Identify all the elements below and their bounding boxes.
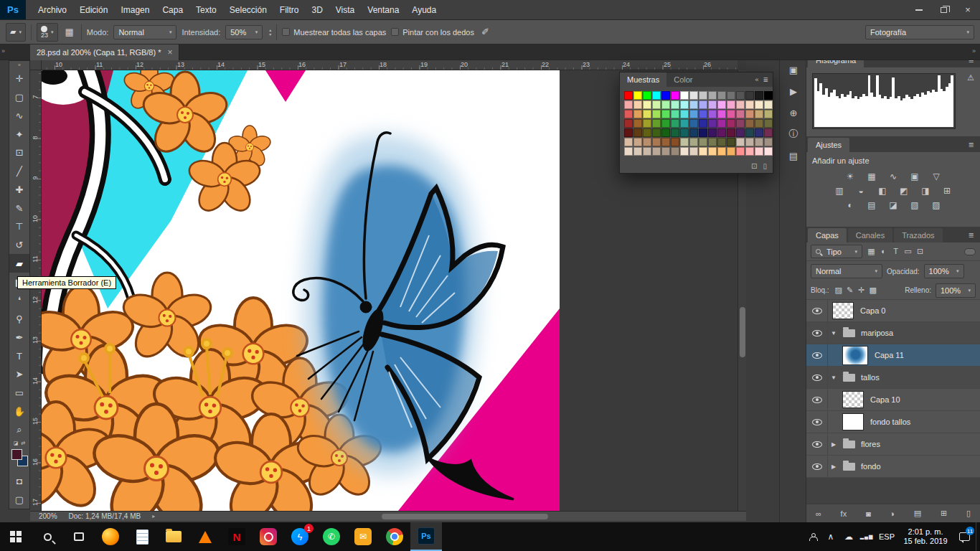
swatch[interactable] [624,119,633,128]
visibility-toggle[interactable] [806,322,828,344]
mail-app[interactable]: ✉ [347,522,379,551]
canvas[interactable] [42,70,560,511]
swatch[interactable] [661,110,670,118]
zoom-level[interactable]: 200% [39,512,57,520]
swatch[interactable] [717,138,726,146]
swatch[interactable] [699,91,707,100]
airbrush-icon[interactable]: ✐ [479,27,491,37]
info-icon[interactable]: ⓘ [780,123,807,145]
lock-transparency-icon[interactable]: ▨ [834,286,844,295]
horizontal-scrollbar[interactable] [166,512,745,521]
swatch[interactable] [661,119,670,128]
task-view-button[interactable] [63,522,95,551]
swatch[interactable] [745,147,754,156]
action-center-button[interactable]: 11 [953,522,975,551]
swatch[interactable] [717,110,726,118]
type-tool[interactable]: T [9,347,29,365]
tab-canales[interactable]: Canales [848,228,892,242]
swatch[interactable] [689,91,698,100]
sample-all-layers-checkbox[interactable]: Muestrear todas las capas [282,28,386,37]
swatch[interactable] [764,119,773,128]
swatch[interactable] [689,138,698,146]
swatch[interactable] [689,110,698,118]
swatch[interactable] [624,110,633,118]
group-caret-icon[interactable]: ▶ [828,463,839,470]
lock-paint-icon[interactable]: ✎ [845,286,855,295]
vertical-scrollbar-thumb[interactable] [740,307,745,357]
toggle-brush-panel-icon[interactable]: ▦ [63,27,76,37]
swatch[interactable] [680,100,689,109]
minimize-button[interactable] [907,0,931,19]
swatch[interactable] [755,91,763,100]
toolbar-expand-icon[interactable]: » [1,47,5,55]
swatch[interactable] [745,128,754,137]
lock-position-icon[interactable]: ✛ [857,286,867,295]
swatch[interactable] [755,147,763,156]
new-layer-icon[interactable]: ⊞ [941,509,947,518]
blur-tool[interactable]: ❛ [9,291,29,310]
swatch[interactable] [633,100,642,109]
swatch[interactable] [652,138,661,146]
swatch[interactable] [717,119,726,128]
pen-tool[interactable]: ✒ [9,328,29,347]
strength-select[interactable]: 50% ▾ [225,25,263,39]
adj-levels-icon[interactable]: ▦ [864,170,880,182]
swatch[interactable] [643,91,651,100]
file-explorer-app[interactable] [158,522,189,551]
visibility-toggle[interactable] [806,300,828,321]
swatch[interactable] [624,100,633,109]
swatch[interactable] [661,91,670,100]
swatch[interactable] [643,147,651,156]
visibility-toggle[interactable] [806,433,828,455]
filter-adjustment-icon[interactable]: ◐ [878,247,889,256]
swatch[interactable] [699,128,707,137]
dodge-tool[interactable]: ⚲ [9,310,29,329]
move-tool[interactable]: ✛ [9,70,29,88]
swatch[interactable] [764,91,773,100]
network-icon[interactable]: ▂▄▆ [858,522,875,551]
tray-expand-icon[interactable]: ∧ [822,522,839,551]
close-button[interactable]: × [956,0,980,19]
swatch[interactable] [671,147,679,156]
swatch[interactable] [699,147,707,156]
swatch[interactable] [689,100,698,109]
adj-curves-icon[interactable]: ∿ [885,170,901,182]
swatch[interactable] [755,100,763,109]
visibility-toggle[interactable] [806,411,828,433]
menu-capa[interactable]: Capa [156,5,189,15]
document-tab[interactable]: 28.psd al 200% (Capa 11, RGB/8) * × [30,44,179,60]
swatch[interactable] [745,110,754,118]
visibility-toggle[interactable] [806,456,828,477]
panel-menu-icon[interactable]: ≣ [763,76,768,83]
collapse-panel-icon[interactable]: « [755,76,758,83]
group-row-flores[interactable]: ▶ flores [806,433,980,456]
swatch[interactable] [727,91,735,100]
swatch[interactable] [764,138,773,146]
workspace-select[interactable]: Fotografía ▾ [865,25,974,39]
measurement-log-icon[interactable]: ▤ [780,145,807,166]
swatch[interactable] [652,119,661,128]
swatch[interactable] [661,138,670,146]
swatch[interactable] [652,147,661,156]
new-group-icon[interactable]: ▤ [914,509,921,518]
opacity-select[interactable]: 100% ▾ [924,264,964,278]
swatch[interactable] [764,110,773,118]
swatch[interactable] [717,100,726,109]
layer-filter-select[interactable]: Tipo ▾ [811,245,862,258]
swatch[interactable] [708,91,717,100]
zoom-tool[interactable]: ⌕ [9,420,29,439]
device-preview-icon[interactable]: ▣ [780,59,807,80]
horizontal-scrollbar-thumb[interactable] [382,514,548,519]
swatch[interactable] [643,110,651,118]
visibility-toggle[interactable] [806,367,828,388]
menu-vista[interactable]: Vista [329,5,361,15]
swatch[interactable] [680,147,689,156]
adj-black-white-icon[interactable]: ◧ [875,184,890,197]
swatch[interactable] [745,138,754,146]
adj-photo-filter-icon[interactable]: ◩ [896,184,912,197]
swatch[interactable] [671,138,679,146]
crop-tool[interactable]: ⊡ [9,143,29,162]
shape-tool[interactable]: ▭ [9,384,29,402]
messenger-app[interactable]: ϟ 1 [284,522,316,551]
group-caret-icon[interactable]: ▼ [828,330,839,336]
